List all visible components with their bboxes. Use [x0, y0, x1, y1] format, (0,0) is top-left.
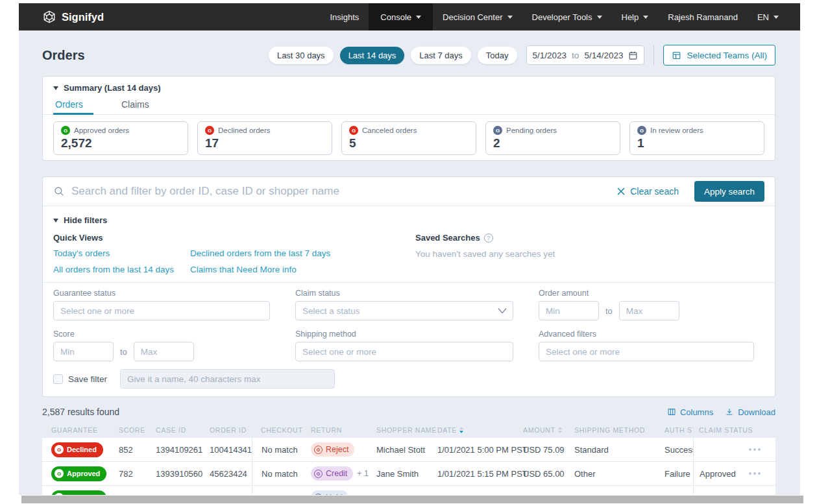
case-id-cell[interactable]: 1393432216: [156, 486, 210, 495]
quick-view-todays-orders[interactable]: Today's orders: [53, 248, 174, 258]
score-max-input[interactable]: [134, 342, 194, 361]
sort-icon-date[interactable]: [459, 427, 463, 433]
columns-button[interactable]: Columns: [667, 407, 713, 417]
row-actions-button[interactable]: [745, 468, 764, 479]
col-header-case-id[interactable]: CASE ID: [156, 426, 210, 434]
col-header-guarantee[interactable]: GUARANTEE: [51, 426, 119, 434]
table-row[interactable]: GDeclined 852 1394109261 100414341 No ma…: [42, 438, 775, 462]
range-pill-last-14-days[interactable]: Last 14 days: [340, 47, 405, 64]
nav-item-label: Console: [380, 12, 411, 22]
stat-card-canceled-orders[interactable]: GCanceled orders 5: [341, 121, 476, 155]
horizontal-scrollbar[interactable]: [19, 495, 806, 504]
amount-cell: USD 75.09: [523, 438, 574, 461]
quick-view-claims-need-more-info[interactable]: Claims that Need More info: [190, 265, 330, 274]
nav-item-language[interactable]: EN: [748, 3, 788, 30]
guarantee-seal-icon: G: [61, 126, 70, 135]
checkout-cell: No match: [252, 438, 311, 461]
col-header-return[interactable]: RETURN: [311, 426, 376, 434]
col-header-shopper-name[interactable]: SHOPPER NAME: [376, 426, 437, 434]
shipping-method-input[interactable]: [295, 342, 513, 361]
col-header-checkout[interactable]: CHECKOUT: [252, 426, 311, 434]
col-header-order-id[interactable]: ORDER ID: [210, 426, 252, 434]
amount-cell: USD 25.00: [523, 486, 574, 495]
date-to-value[interactable]: 5/14/2023: [584, 51, 623, 60]
filter-order-amount: Order amount to: [539, 289, 764, 320]
order-amount-max-input[interactable]: [619, 301, 679, 320]
nav-item-insights[interactable]: Insights: [321, 3, 369, 30]
filter-label: Advanced filters: [539, 330, 764, 339]
stat-card-approved-orders[interactable]: GApproved orders 2,572: [53, 121, 188, 155]
nav-item-user[interactable]: Rajesh Ramanand: [658, 3, 748, 30]
case-id-cell[interactable]: 1394109261: [156, 438, 210, 461]
close-icon: [617, 187, 625, 195]
score-min-input[interactable]: [53, 342, 114, 361]
stat-card-value: 17: [205, 136, 324, 150]
nav-item-developer-tools[interactable]: Developer Tools: [522, 3, 612, 30]
stat-card-in-review-orders[interactable]: GIn review orders 1: [629, 121, 764, 155]
order-id-cell[interactable]: 32452435: [210, 486, 252, 495]
advanced-filters-input[interactable]: [539, 342, 754, 361]
order-amount-min-input[interactable]: [539, 301, 599, 320]
summary-cards: GApproved orders 2,572 GDeclined orders …: [53, 121, 764, 155]
download-button[interactable]: Download: [725, 407, 775, 417]
quick-views-title: Quick Views: [53, 233, 415, 243]
range-pill-last-7-days[interactable]: Last 7 days: [411, 47, 471, 64]
stat-card-label: In review orders: [650, 126, 703, 134]
save-filter-checkbox[interactable]: [53, 374, 63, 384]
quick-view-all-orders-last-14-days[interactable]: All orders from the last 14 days: [53, 265, 174, 274]
nav-item-label: Insights: [330, 12, 360, 22]
guarantee-status-badge: GApproved: [51, 490, 106, 496]
signifyd-logo[interactable]: Signifyd: [42, 10, 104, 24]
nav-item-help[interactable]: Help: [612, 3, 659, 30]
case-id-cell[interactable]: 1393910560: [156, 462, 210, 485]
col-header-auth-status[interactable]: AUTH STATUS: [663, 426, 693, 434]
table-row[interactable]: GApproved 782 1393910560 45623424 No mat…: [42, 462, 775, 486]
scrollbar-thumb[interactable]: [21, 496, 803, 503]
summary-tabs: Orders Claims: [43, 98, 775, 115]
tab-label: Orders: [55, 99, 83, 110]
stat-card-pending-orders[interactable]: GPending orders 2: [485, 121, 620, 155]
clear-search-button[interactable]: Clear seach: [617, 186, 679, 197]
summary-collapse-toggle[interactable]: Summary (Last 14 days): [53, 83, 764, 93]
filter-shipping-method: Shipping method: [295, 330, 513, 361]
order-id-cell[interactable]: 100414341: [210, 438, 252, 461]
col-header-date[interactable]: DATE: [437, 426, 523, 434]
shipping-method-cell: Other: [574, 462, 663, 485]
sort-icon-amount[interactable]: [558, 427, 562, 433]
date-cell: 1/01/2021 5:00 PM PST: [437, 438, 523, 461]
stat-card-declined-orders[interactable]: GDeclined orders 17: [197, 121, 332, 155]
range-pill-label: Last 7 days: [419, 51, 463, 60]
selected-teams-button[interactable]: Selected Teams (All): [663, 45, 775, 66]
col-header-shipping-method[interactable]: SHIPPING METHOD: [574, 426, 663, 434]
table-row[interactable]: GApproved 929 1393432216 32452435 No mat…: [42, 486, 775, 495]
download-label: Download: [738, 407, 775, 417]
search-input[interactable]: [71, 185, 611, 198]
tab-orders[interactable]: Orders: [53, 98, 93, 114]
return-status-badge: GReject: [311, 442, 354, 457]
quick-view-declined-last-7-days[interactable]: Declined orders from the last 7 days: [190, 248, 330, 258]
quick-views-section: Quick Views Today's orders Declined orde…: [53, 233, 415, 274]
nav-item-console[interactable]: Console: [369, 3, 433, 30]
filter-advanced: Advanced filters: [539, 330, 764, 361]
help-question-icon[interactable]: ?: [484, 234, 493, 243]
date-range-picker[interactable]: 5/1/2023 to 5/14/2023: [526, 45, 645, 65]
apply-search-button[interactable]: Apply search: [694, 181, 764, 202]
order-id-cell[interactable]: 45623424: [210, 462, 252, 485]
return-status-badge: GHold: [311, 490, 348, 495]
col-header-amount[interactable]: AMOUNT: [523, 426, 574, 434]
row-actions-button[interactable]: [745, 444, 764, 455]
hide-filters-toggle[interactable]: Hide filters: [53, 215, 764, 225]
range-pill-last-30-days[interactable]: Last 30 days: [269, 47, 334, 64]
save-filter-name-input[interactable]: [120, 369, 335, 389]
date-from-value[interactable]: 5/1/2023: [533, 51, 567, 60]
guarantee-status-input[interactable]: [53, 301, 270, 320]
nav-item-decision-center[interactable]: Decision Center: [433, 3, 522, 30]
col-header-score[interactable]: SCORE: [119, 426, 156, 434]
range-pill-today[interactable]: Today: [478, 47, 517, 64]
tab-claims[interactable]: Claims: [119, 98, 160, 114]
claim-status-select[interactable]: [295, 301, 513, 320]
range-pill-label: Last 30 days: [277, 51, 325, 60]
col-header-claim-status[interactable]: CLAIM STATUS: [693, 426, 733, 434]
auth-status-cell: Failure: [663, 462, 693, 485]
col-header-label: AMOUNT: [523, 426, 555, 434]
